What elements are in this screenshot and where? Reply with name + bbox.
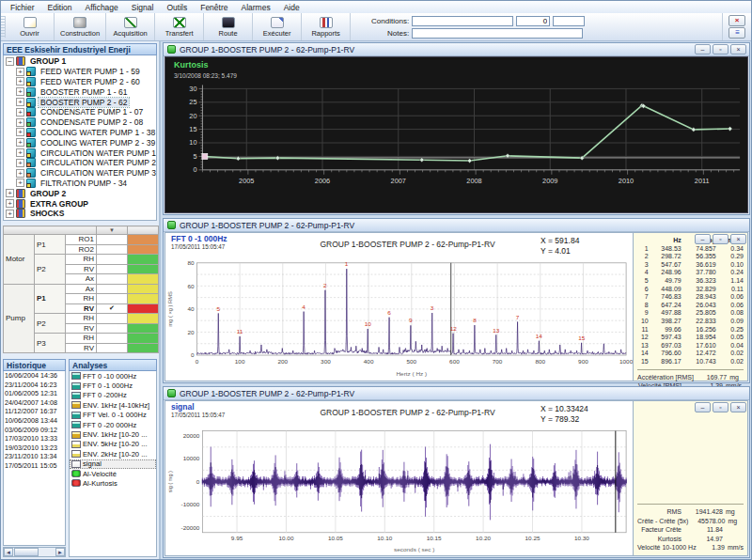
point-check[interactable]: ✔ bbox=[97, 303, 128, 314]
peak-row[interactable]: 14796.6012.4720.02 bbox=[637, 350, 744, 358]
expander-icon[interactable]: + bbox=[16, 68, 24, 76]
point-check[interactable] bbox=[97, 284, 128, 294]
h-scrollbar[interactable]: ◄ ► bbox=[3, 547, 66, 557]
menu-item[interactable]: Signal bbox=[125, 3, 161, 12]
signal-titlebar[interactable]: GROUP 1-BOOSTER PUMP 2 - 62-Pump-P1-RV bbox=[164, 387, 749, 400]
expander-icon[interactable]: + bbox=[16, 179, 24, 187]
peak-row[interactable]: 9497.8825.8050.08 bbox=[637, 309, 744, 318]
tree-item[interactable]: +BOOSTER PUMP 2 - 62 bbox=[4, 97, 156, 107]
minimize-button[interactable]: – bbox=[695, 234, 711, 244]
tree-item[interactable]: +EXTRA GROUP bbox=[4, 198, 156, 209]
tool-button-executer[interactable]: Exécuter bbox=[253, 13, 302, 40]
historique-item[interactable]: 23/11/2010 13:34 bbox=[4, 452, 65, 461]
tree-item[interactable]: +FEED WATER PUMP 2 - 60 bbox=[4, 77, 156, 87]
expander-icon[interactable]: + bbox=[16, 77, 24, 86]
minimize-button[interactable]: – bbox=[695, 44, 711, 54]
point-check[interactable] bbox=[97, 264, 128, 274]
point-check[interactable] bbox=[97, 294, 128, 304]
tree-item[interactable]: +CONDENSATE PUMP 1 - 07 bbox=[4, 107, 156, 117]
tree-item[interactable]: −GROUP 1 bbox=[4, 56, 156, 67]
peak-row[interactable]: 12597.4318.9540.05 bbox=[637, 334, 744, 342]
tree-item[interactable]: +CIRCULATION WATER PUMP 2 - 36 bbox=[4, 158, 156, 168]
peak-row[interactable]: 7746.8328.9430.06 bbox=[637, 293, 744, 302]
tool-button-route[interactable]: Route bbox=[204, 13, 253, 40]
point-check[interactable] bbox=[97, 244, 128, 255]
list-icon[interactable]: ≡ bbox=[728, 27, 745, 39]
trend-chart[interactable]: 0510152025302005200620072008200920102011… bbox=[164, 56, 748, 213]
tree-item[interactable]: +SHOCKS bbox=[4, 209, 156, 219]
menu-item[interactable]: Aide bbox=[277, 3, 306, 12]
tool-button-open[interactable]: Ouvrir bbox=[6, 13, 55, 40]
historique-item[interactable]: 17/03/2010 13:33 bbox=[4, 434, 65, 443]
filter-dropdown-icon[interactable]: ▼ bbox=[97, 226, 128, 235]
point-check[interactable] bbox=[97, 343, 128, 353]
expander-icon[interactable]: + bbox=[6, 210, 14, 218]
expander-icon[interactable]: + bbox=[16, 118, 24, 127]
expander-icon[interactable]: + bbox=[16, 108, 24, 117]
point-check[interactable] bbox=[97, 235, 128, 245]
fft-titlebar[interactable]: GROUP 1-BOOSTER PUMP 2 - 62-Pump-P1-RV bbox=[164, 219, 749, 232]
conditions-input[interactable] bbox=[412, 16, 513, 26]
analyses-item[interactable]: ENV. 1kHz [10-20 ... bbox=[70, 429, 156, 439]
tool-button-rapports[interactable]: Rapports bbox=[302, 13, 351, 40]
analyses-item[interactable]: FFT Vel. 0 -1 000Hz bbox=[70, 411, 156, 420]
point-check[interactable] bbox=[97, 323, 128, 334]
expander-icon[interactable]: + bbox=[16, 138, 24, 147]
analyses-item[interactable]: ENV. 1kHz [4-10kHz] bbox=[70, 400, 156, 410]
historique-item[interactable]: 01/06/2005 12:31 bbox=[4, 389, 65, 398]
peak-row[interactable]: 2298.7256.3550.29 bbox=[637, 253, 744, 261]
historique-item[interactable]: 11/12/2007 16:37 bbox=[4, 407, 65, 416]
analyses-item[interactable]: Al-Kurtosis bbox=[70, 478, 156, 488]
tool-button-transfert[interactable]: Transfert bbox=[155, 13, 204, 40]
minimize-button[interactable]: – bbox=[695, 402, 711, 412]
expander-icon[interactable]: + bbox=[16, 128, 24, 136]
analyses-item[interactable]: FFT 0 -200Hz bbox=[70, 391, 156, 400]
analyses-item[interactable]: Al-Velocité bbox=[70, 469, 156, 478]
scroll-left-icon[interactable]: ◄ bbox=[4, 548, 13, 556]
historique-item[interactable]: 03/06/2009 09:12 bbox=[4, 426, 65, 435]
analyses-item[interactable]: ENV. 2kHz [10-20 ... bbox=[70, 449, 156, 459]
scroll-right-icon[interactable]: ► bbox=[55, 548, 65, 556]
menu-item[interactable]: Edition bbox=[41, 3, 79, 12]
restore-button[interactable]: ▫ bbox=[713, 402, 728, 412]
peak-row[interactable]: 3547.6736.6190.10 bbox=[637, 261, 744, 270]
tree-item[interactable]: +COOLING WATER PUMP 1 - 38 bbox=[4, 128, 156, 138]
peak-row[interactable]: 13697.0317.6100.04 bbox=[637, 342, 744, 350]
historique-item[interactable]: 23/11/2004 16:23 bbox=[4, 381, 65, 390]
close-button[interactable]: × bbox=[730, 234, 746, 244]
menu-item[interactable]: Fichier bbox=[4, 3, 41, 12]
peak-row[interactable]: 15896.1710.7430.02 bbox=[637, 358, 744, 366]
menu-item[interactable]: Outils bbox=[160, 3, 194, 12]
conditions-count-input[interactable] bbox=[516, 16, 550, 26]
signal-chart[interactable]: signal 17/05/2011 15:05:47 GROUP 1-BOOST… bbox=[165, 401, 633, 555]
tree-item[interactable]: +CIRCULATION WATER PUMP 3 - 37 bbox=[4, 168, 156, 179]
tool-button-construction[interactable]: Construction bbox=[55, 13, 106, 40]
peak-row[interactable]: 10398.2722.8330.09 bbox=[637, 318, 744, 326]
tree-item[interactable]: +COOLING WATER PUMP 2 - 39 bbox=[4, 137, 156, 148]
analyses-item[interactable]: FFT 0 -10 000Hz bbox=[70, 371, 156, 381]
notes-input[interactable] bbox=[412, 28, 583, 39]
historique-item[interactable]: 16/06/2004 14:36 bbox=[4, 371, 65, 381]
expander-icon[interactable]: + bbox=[16, 148, 24, 157]
delete-icon[interactable]: × bbox=[728, 15, 745, 26]
menu-item[interactable]: Affichage bbox=[79, 3, 125, 12]
historique-item[interactable]: 24/04/2007 14:08 bbox=[4, 398, 65, 408]
peak-row[interactable]: 4248.9637.7800.24 bbox=[637, 269, 744, 277]
expander-icon[interactable]: + bbox=[6, 189, 14, 197]
historique-item[interactable]: 17/05/2011 15:05 bbox=[4, 461, 65, 471]
point-check[interactable] bbox=[97, 314, 128, 324]
expander-icon[interactable]: + bbox=[16, 98, 24, 106]
expander-icon[interactable]: − bbox=[6, 57, 14, 66]
point-check[interactable] bbox=[97, 274, 128, 285]
tree-item[interactable]: +BOOSTER PUMP 1 - 61 bbox=[4, 86, 156, 97]
close-button[interactable]: × bbox=[730, 402, 746, 412]
point-row[interactable]: MotorP1RO1 bbox=[4, 235, 159, 245]
scroll-thumb[interactable] bbox=[14, 548, 39, 556]
tree-item[interactable]: +CONDENSATE PUMP 2 - 08 bbox=[4, 117, 156, 128]
restore-button[interactable]: ▫ bbox=[713, 234, 728, 244]
conditions-extra-input[interactable] bbox=[553, 16, 585, 26]
tree-item[interactable]: +FEED WATER PUMP 1 - 59 bbox=[4, 67, 156, 77]
menu-item[interactable]: Fenêtre bbox=[194, 3, 234, 12]
expander-icon[interactable]: + bbox=[6, 199, 14, 208]
close-button[interactable]: × bbox=[730, 44, 746, 54]
